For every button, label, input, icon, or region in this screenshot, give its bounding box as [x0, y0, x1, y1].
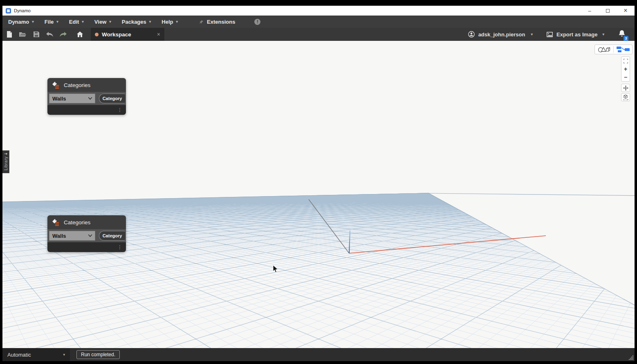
- arrow-right-icon: ➜: [4, 152, 8, 156]
- workspace-tab[interactable]: Workspace ×: [91, 28, 164, 41]
- menu-dynamo[interactable]: Dynamo▾: [8, 16, 41, 28]
- chevron-down-icon: [88, 97, 92, 100]
- open-button[interactable]: [16, 28, 29, 41]
- titlebar: Dynamo – ×: [2, 6, 635, 16]
- workspace-tab-label: Workspace: [102, 31, 131, 38]
- node-title: Categories: [64, 219, 90, 226]
- statusbar: Automatic ▾ Run completed.: [2, 348, 635, 361]
- minimize-button[interactable]: –: [581, 6, 599, 16]
- pan-button[interactable]: [621, 84, 630, 92]
- unsaved-dot-icon: [95, 33, 99, 36]
- menu-view[interactable]: View▾: [91, 16, 118, 28]
- chevron-down-icon: ▾: [32, 20, 34, 24]
- maximize-button[interactable]: [599, 6, 617, 16]
- node-footer: ⋮: [47, 105, 126, 115]
- pan-icon: [623, 85, 628, 91]
- graph-view-button[interactable]: [614, 45, 632, 54]
- fit-screen-icon: [624, 59, 628, 63]
- node-title: Categories: [64, 82, 90, 88]
- zoom-fit-button[interactable]: [621, 57, 630, 65]
- node-body: Walls Category: [47, 92, 126, 105]
- notification-badge: 3: [624, 36, 628, 41]
- menu-file[interactable]: File▾: [41, 16, 65, 28]
- open-folder-icon: [19, 31, 26, 37]
- mouse-cursor: [273, 265, 278, 273]
- library-label: Library: [4, 156, 8, 170]
- run-mode-select[interactable]: Automatic ▾: [2, 348, 70, 361]
- minimize-icon: –: [588, 8, 591, 14]
- run-status-button[interactable]: Run completed.: [76, 350, 120, 359]
- close-button[interactable]: ×: [617, 6, 635, 16]
- chevron-down-icon: ▾: [176, 20, 178, 24]
- save-button[interactable]: [29, 28, 43, 41]
- menu-edit[interactable]: Edit▾: [65, 16, 91, 28]
- category-tag-icon: [52, 81, 60, 89]
- user-icon: [468, 31, 475, 38]
- chevron-down-icon: ▾: [109, 20, 111, 24]
- node-body: Walls Category: [47, 229, 126, 242]
- chevron-down-icon: ▾: [149, 20, 151, 24]
- tab-close-icon[interactable]: ×: [157, 31, 160, 38]
- maximize-icon: [606, 9, 610, 13]
- axis-z-line: [349, 230, 350, 253]
- resize-grip-icon[interactable]: [628, 355, 634, 360]
- undo-button[interactable]: [43, 28, 56, 41]
- export-as-image-button[interactable]: Export as Image ▾: [547, 31, 604, 38]
- menu-help[interactable]: Help▾: [158, 16, 185, 28]
- node-header[interactable]: Categories: [47, 78, 126, 92]
- account-name: adsk_john.pierson: [478, 31, 525, 38]
- new-file-icon: [7, 31, 12, 38]
- chevron-down-icon: ▾: [63, 353, 65, 357]
- node-options-icon[interactable]: ⋮: [117, 245, 122, 250]
- toolbar-right: adsk_john.pierson ▾ Export as Image ▾ 3: [468, 28, 635, 41]
- undo-icon: [46, 32, 53, 37]
- dynamo-window: Dynamo – × Dynamo▾ File▾ Edit▾ View▾ Pac…: [2, 6, 635, 361]
- save-icon: [34, 31, 39, 37]
- axis-y-line: [309, 199, 349, 253]
- account-menu[interactable]: adsk_john.pierson ▾: [468, 31, 533, 38]
- category-tag-icon: [52, 219, 60, 226]
- zoom-controls: + −: [621, 56, 630, 82]
- node-footer: ⋮: [47, 242, 126, 252]
- category-dropdown[interactable]: Walls: [49, 94, 95, 103]
- category-dropdown[interactable]: Walls: [49, 231, 95, 241]
- home-button[interactable]: [73, 28, 87, 41]
- run-mode-value: Automatic: [7, 352, 31, 358]
- view-mode-toggle: [594, 45, 633, 54]
- export-label: Export as Image: [556, 31, 597, 38]
- toolbar: Workspace × adsk_john.pierson ▾ Export a…: [2, 28, 635, 41]
- zoom-out-button[interactable]: −: [621, 73, 630, 81]
- workspace-canvas[interactable]: ➜ Library Categories Walls Category ⋮: [2, 41, 635, 348]
- output-port-category[interactable]: Category: [99, 231, 125, 241]
- menubar: Dynamo▾ File▾ Edit▾ View▾ Packages▾ Help…: [2, 16, 635, 28]
- new-file-button[interactable]: [2, 28, 16, 41]
- export-image-icon: [547, 32, 553, 37]
- chevron-down-icon: ▾: [56, 20, 58, 24]
- home-icon: [77, 31, 83, 37]
- zoom-in-button[interactable]: +: [621, 65, 630, 73]
- redo-button[interactable]: [56, 28, 70, 41]
- orbit-cube-icon: [623, 94, 628, 100]
- chevron-down-icon: ▾: [602, 33, 604, 36]
- menu-packages[interactable]: Packages▾: [118, 16, 158, 28]
- graph-view-icon: [616, 46, 630, 53]
- node-header[interactable]: Categories: [47, 215, 126, 229]
- redo-icon: [60, 32, 67, 37]
- window-controls: – ×: [581, 6, 635, 16]
- axis-x-line: [349, 236, 546, 253]
- geometry-view-button[interactable]: [595, 45, 613, 54]
- categories-node-2[interactable]: Categories Walls Category ⋮: [47, 215, 126, 252]
- chevron-down-icon: [88, 234, 92, 237]
- categories-node-1[interactable]: Categories Walls Category ⋮: [47, 78, 126, 115]
- output-port-category[interactable]: Category: [99, 94, 125, 103]
- chevron-down-icon: ▾: [531, 33, 533, 36]
- notifications-info-icon[interactable]: !: [254, 19, 260, 25]
- node-options-icon[interactable]: ⋮: [117, 107, 122, 112]
- close-icon: ×: [624, 7, 627, 14]
- notifications-button[interactable]: 3: [618, 30, 626, 39]
- geometry-view-icon: [598, 46, 611, 53]
- menu-extensions[interactable]: Extensions: [195, 16, 242, 28]
- orbit-button[interactable]: [621, 93, 630, 101]
- window-title: Dynamo: [14, 8, 31, 13]
- library-panel-toggle[interactable]: ➜ Library: [2, 150, 9, 173]
